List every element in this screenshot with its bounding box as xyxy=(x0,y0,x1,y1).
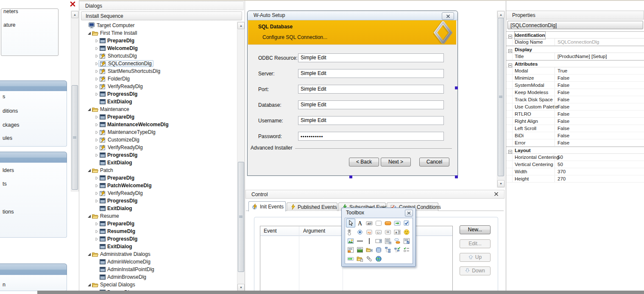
nav-section-header[interactable] xyxy=(0,152,67,164)
property-value[interactable]: [ProductName] [Setup] xyxy=(555,53,607,60)
next-button[interactable]: Next > xyxy=(381,158,411,166)
toolbox-item-spinner[interactable]: a xyxy=(393,227,402,236)
toolbox-item-folder-combo[interactable] xyxy=(365,245,374,254)
property-row[interactable]: MinimizeFalse xyxy=(506,75,644,82)
toolbox-item-label[interactable]: A xyxy=(355,219,365,227)
password-input[interactable]: ••••••••••• xyxy=(298,132,444,141)
tree-item[interactable]: AdminWelcomeDlg xyxy=(81,258,237,266)
property-value[interactable]: SQLConnectionDlg xyxy=(555,39,599,45)
tree-item[interactable]: VerifyReadyDlg xyxy=(81,144,237,151)
tree-item[interactable]: Administrative Dialogs xyxy=(81,250,237,258)
property-value[interactable]: True xyxy=(555,67,567,74)
tab-init-events[interactable]: Init Events xyxy=(248,201,286,211)
expander-collapsed-icon[interactable] xyxy=(94,146,100,150)
property-category-row[interactable]: Display xyxy=(506,46,644,53)
property-value[interactable]: False xyxy=(555,139,569,146)
bottom-scroll-strip[interactable] xyxy=(37,291,644,294)
tree-item[interactable]: ProgressDlg xyxy=(81,151,237,159)
nav-item-truncated[interactable]: n xyxy=(3,282,6,288)
expander-collapsed-icon[interactable] xyxy=(94,153,100,157)
property-row[interactable]: Track Disk SpaceFalse xyxy=(506,96,644,103)
text-input[interactable]: Simple Edit xyxy=(298,100,444,109)
property-value[interactable]: 270 xyxy=(555,175,566,182)
left-panel-scrollbar[interactable]: ▲ xyxy=(71,11,79,191)
text-input[interactable]: Simple Edit xyxy=(298,53,444,62)
tree-item[interactable]: SQLConnectionDlg xyxy=(81,60,237,67)
tree-item[interactable]: PrepareDlg xyxy=(81,174,237,182)
expander-expanded-icon[interactable] xyxy=(86,283,92,287)
tree-item[interactable]: First Time Install xyxy=(81,29,237,37)
property-row[interactable]: Right AlignFalse xyxy=(506,118,644,125)
nav-item-truncated[interactable]: ature xyxy=(3,22,16,28)
back-button[interactable]: < Back xyxy=(349,158,379,166)
property-row[interactable]: BiDiFalse xyxy=(506,132,644,139)
scrollbar-thumb[interactable] xyxy=(72,85,78,190)
tree-item[interactable]: ProgressDlg xyxy=(81,90,237,98)
expander-collapsed-icon[interactable] xyxy=(94,115,100,119)
dialog-close-button[interactable] xyxy=(442,12,454,20)
property-category-row[interactable]: Identification xyxy=(506,31,644,39)
property-row[interactable]: Title[ProductName] [Setup] xyxy=(506,53,644,60)
nav-item-truncated[interactable]: ules xyxy=(3,135,12,141)
nav-item-truncated[interactable]: lders xyxy=(3,167,14,173)
up-button[interactable]: Up xyxy=(460,253,491,262)
expander-collapsed-icon[interactable] xyxy=(94,77,100,81)
toolbox-item-push-button[interactable] xyxy=(393,219,402,227)
toolbox-item-radio-group[interactable] xyxy=(346,227,355,236)
property-value[interactable]: False xyxy=(555,82,569,89)
toolbox-item-coordinates[interactable]: xy xyxy=(365,227,374,236)
nav-item-truncated[interactable]: ckages xyxy=(3,122,20,128)
toolbox-item-horizontal-line[interactable] xyxy=(355,236,365,245)
toolbox-item-multi-list[interactable] xyxy=(355,245,365,254)
property-row[interactable]: Keep ModelessFalse xyxy=(506,89,644,96)
toolbox-item-group-box[interactable] xyxy=(374,219,383,227)
scrollbar-thumb[interactable] xyxy=(498,18,504,176)
nav-section-header[interactable] xyxy=(0,80,67,92)
tree-item[interactable]: FolderDlg xyxy=(81,75,237,83)
toolbox-window[interactable]: Toolbox AabxyC:\**a xyxy=(341,208,416,267)
tree-item[interactable]: Resume xyxy=(81,212,237,220)
tree-item[interactable]: Maintenance xyxy=(81,105,237,113)
tree-item[interactable]: AdminInstallPointDlg xyxy=(81,266,237,273)
property-row[interactable]: Width370 xyxy=(506,168,644,175)
toolbox-item-database-stack[interactable] xyxy=(374,245,383,254)
close-panel-button[interactable] xyxy=(70,1,77,8)
scrollbar-thumb[interactable] xyxy=(238,162,244,272)
tree-item[interactable]: ExitDialog xyxy=(81,205,237,212)
tree-item[interactable]: AdminBrowseDlg xyxy=(81,273,237,281)
property-value[interactable]: False xyxy=(555,75,569,81)
property-category-row[interactable]: Layout xyxy=(506,147,644,154)
tree-item[interactable]: PatchWelcomeDlg xyxy=(81,182,237,189)
toolbox-close-button[interactable] xyxy=(405,210,413,216)
toolbox-item-pointer[interactable] xyxy=(346,219,355,227)
toolbox-item-radio-button[interactable] xyxy=(355,227,365,236)
tree-item[interactable]: Special Dialogs xyxy=(81,281,237,288)
toolbox-item-hyperlink[interactable] xyxy=(365,254,374,263)
toolbox-item-checked-list-view[interactable] xyxy=(402,236,411,245)
nav-item-truncated[interactable]: ts xyxy=(3,181,7,187)
dialog-title-bar[interactable]: W-Auto Setup xyxy=(248,11,457,20)
expander-collapsed-icon[interactable] xyxy=(94,222,100,226)
toolbox-item-smiley-icon-control[interactable] xyxy=(402,227,411,236)
expander-collapsed-icon[interactable] xyxy=(94,184,100,188)
column-header[interactable]: Event xyxy=(264,228,277,234)
property-row[interactable]: Vertical Centering50 xyxy=(506,161,644,168)
property-value[interactable]: 370 xyxy=(555,168,566,175)
selection-handle[interactable] xyxy=(349,175,352,178)
expander-collapsed-icon[interactable] xyxy=(94,176,100,180)
expander-expanded-icon[interactable] xyxy=(86,252,92,256)
nav-item-truncated[interactable]: s xyxy=(3,94,5,100)
property-row[interactable]: Use Custom PaletteFalse xyxy=(506,103,644,111)
toolbox-item-tree-check[interactable] xyxy=(393,245,402,254)
tree-item[interactable]: CustomizeDlg xyxy=(81,136,237,144)
down-button[interactable]: Down xyxy=(460,266,491,275)
property-value[interactable]: False xyxy=(555,103,569,110)
tree-item[interactable]: ExitDialog xyxy=(81,243,237,250)
property-row[interactable]: ModalTrue xyxy=(506,67,644,75)
expander-collapsed-icon[interactable] xyxy=(94,85,100,89)
tree-item[interactable]: ProgressDlg xyxy=(81,197,237,205)
property-row[interactable]: RTLROFalse xyxy=(506,111,644,118)
property-value[interactable]: 50 xyxy=(555,154,563,161)
property-category-row[interactable]: Attributes xyxy=(506,60,644,67)
tree-item[interactable]: PrepareDlg xyxy=(81,37,237,44)
